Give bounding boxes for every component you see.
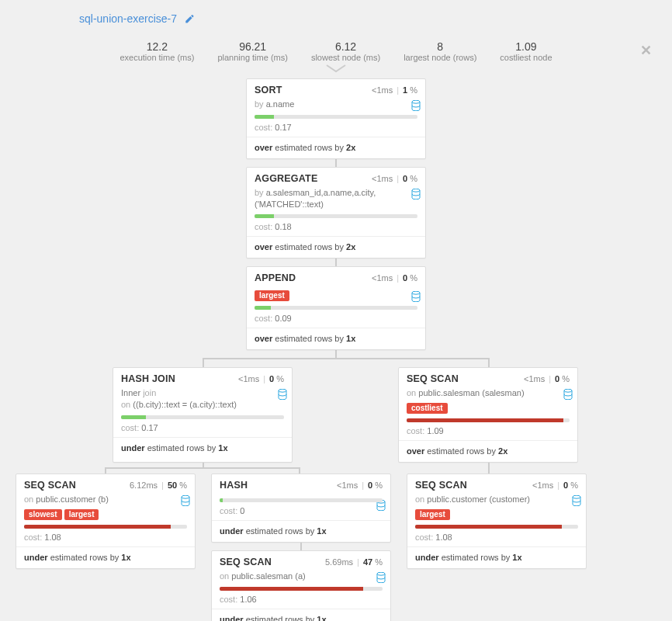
connector — [203, 358, 204, 367]
svg-point-4 — [564, 390, 572, 393]
database-icon[interactable] — [563, 389, 573, 402]
database-icon[interactable] — [376, 572, 386, 585]
node-append[interactable]: APPEND <1ms|0 % largest cost: 0.09 over … — [246, 266, 426, 350]
database-icon[interactable] — [411, 100, 421, 113]
stats-row: 12.2 execution time (ms) 96.21 planning … — [0, 34, 672, 65]
connector — [203, 358, 490, 359]
badge-largest: largest — [64, 509, 99, 520]
badge-largest: largest — [255, 290, 289, 301]
edit-icon[interactable] — [184, 14, 194, 26]
connector — [105, 467, 106, 474]
svg-point-1 — [412, 189, 420, 192]
database-icon[interactable] — [572, 495, 581, 508]
svg-point-3 — [279, 390, 286, 393]
node-hash[interactable]: HASH <1ms|0 % cost: 0 under estimated ro… — [211, 474, 391, 543]
node-aggregate[interactable]: AGGREGATE <1ms|0 % by a.salesman_id,a.na… — [246, 167, 426, 259]
close-icon[interactable]: ✕ — [640, 42, 652, 59]
svg-point-2 — [412, 292, 420, 295]
stat-largest-node: 8 largest node (rows) — [404, 40, 476, 62]
title-bar: sql-union-exercise-7 — [0, 8, 672, 34]
connector — [488, 463, 490, 474]
stat-execution-time: 12.2 execution time (ms) — [120, 40, 194, 62]
badge-costliest: costliest — [407, 403, 448, 414]
badge-largest: largest — [415, 509, 450, 520]
database-icon[interactable] — [411, 189, 421, 202]
connector — [335, 258, 337, 266]
svg-point-5 — [182, 495, 189, 498]
badge-slowest: slowest — [24, 509, 62, 520]
connector — [299, 467, 300, 474]
node-title: SORT — [255, 85, 282, 95]
node-hash-join[interactable]: HASH JOIN <1ms|0 % Inner joinon ((b.city… — [113, 367, 293, 463]
node-metrics: <1ms|1 % — [372, 85, 417, 95]
connector — [335, 159, 337, 167]
database-icon[interactable] — [278, 389, 287, 402]
node-seqscan-salesman-a[interactable]: SEQ SCAN 5.69ms|47 % on public.salesman … — [211, 550, 391, 621]
stat-costliest-node: 1.09 costliest node — [500, 40, 552, 62]
svg-point-0 — [412, 100, 420, 103]
node-seqscan-customer[interactable]: SEQ SCAN <1ms|0 % on public.customer (cu… — [407, 474, 587, 569]
svg-point-7 — [377, 572, 385, 575]
collapse-arrow-icon[interactable] — [0, 64, 672, 75]
connector — [488, 358, 490, 367]
svg-point-8 — [573, 495, 580, 498]
database-icon[interactable] — [411, 291, 421, 304]
progress-bar — [255, 115, 417, 119]
node-seqscan-customer-b[interactable]: SEQ SCAN 6.12ms|50 % on public.customer … — [16, 474, 196, 569]
database-icon[interactable] — [181, 495, 190, 508]
estimate-row: over estimated rows by 2x — [247, 137, 425, 158]
node-sort[interactable]: SORT <1ms|1 % by a.name cost: 0.17 over … — [246, 78, 426, 159]
stat-planning-time: 96.21 planning time (ms) — [217, 40, 287, 62]
connector — [105, 467, 300, 469]
stat-slowest-node: 6.12 slowest node (ms) — [311, 40, 380, 62]
connector — [300, 543, 302, 550]
plan-title: sql-union-exercise-7 — [79, 12, 177, 25]
connector — [335, 350, 337, 358]
node-seqscan-salesman[interactable]: SEQ SCAN <1ms|0 % on public.salesman (sa… — [398, 367, 578, 463]
